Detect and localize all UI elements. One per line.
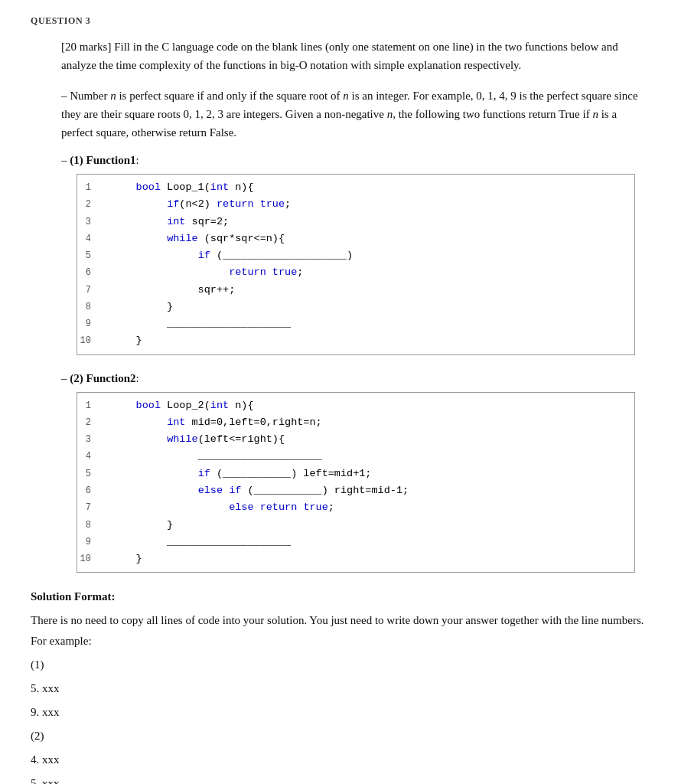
solution-text: There is no need to copy all lines of co… bbox=[31, 610, 650, 652]
solution-line-5: 5. xxx bbox=[31, 773, 650, 784]
f2-code-line-8: 8 } bbox=[77, 517, 634, 534]
f2-code-line-2: 2 int mid=0,left=0,right=n; bbox=[77, 414, 634, 431]
f2-code-line-5: 5 if (___________) left=mid+1; bbox=[77, 466, 634, 482]
f2-code-line-4: 4 ____________________ bbox=[77, 448, 634, 465]
function2-label: (2) Function2: bbox=[61, 369, 650, 387]
solution-section: Solution Format: There is no need to cop… bbox=[31, 586, 650, 784]
bullet-perfect-square: Number n is perfect square if and only i… bbox=[61, 87, 650, 142]
f2-code-line-3: 3 while(left<=right){ bbox=[77, 431, 634, 448]
code-line-2: 2 if(n<2) return true; bbox=[77, 196, 634, 213]
solution-line-4: 4. xxx bbox=[31, 750, 650, 770]
code-line-3: 3 int sqr=2; bbox=[77, 214, 634, 230]
code-line-4: 4 while (sqr*sqr<=n){ bbox=[77, 230, 634, 247]
code-line-7: 7 sqr++; bbox=[77, 282, 634, 299]
code-line-8: 8 } bbox=[77, 299, 634, 315]
code-line-9: 9 ____________________ bbox=[77, 315, 634, 332]
code-line-5: 5 if (____________________) bbox=[77, 247, 634, 264]
f2-code-line-9: 9 ____________________ bbox=[77, 534, 634, 550]
function2-code-block: 1 bool Loop_2(int n){ 2 int mid=0,left=0… bbox=[77, 392, 635, 573]
solution-label: Solution Format: bbox=[31, 590, 115, 603]
code-line-6: 6 return true; bbox=[77, 264, 634, 281]
solution-line-1: 5. xxx bbox=[31, 678, 650, 699]
solution-line-0: (1) bbox=[31, 655, 650, 675]
f2-code-line-7: 7 else return true; bbox=[77, 499, 634, 516]
solution-line-3: (2) bbox=[31, 726, 650, 746]
f2-code-line-1: 1 bool Loop_2(int n){ bbox=[77, 397, 634, 414]
question-label: QUESTION 3 bbox=[31, 15, 650, 27]
f2-code-line-10: 10 } bbox=[77, 550, 634, 567]
f2-code-line-6: 6 else if (___________) right=mid-1; bbox=[77, 482, 634, 499]
code-line-1: 1 bool Loop_1(int n){ bbox=[77, 179, 634, 196]
code-line-10: 10 } bbox=[77, 332, 634, 349]
solution-line-2: 9. xxx bbox=[31, 702, 650, 723]
function1-code-block: 1 bool Loop_1(int n){ 2 if(n<2) return t… bbox=[77, 174, 635, 355]
question-intro: [20 marks] Fill in the C language code o… bbox=[61, 38, 650, 74]
function1-label: (1) Function1: bbox=[61, 151, 650, 169]
